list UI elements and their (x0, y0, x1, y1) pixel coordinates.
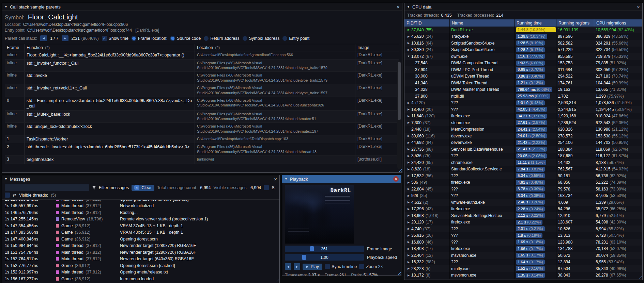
cpu-row[interactable]: 41,348DWM Token Thread1.21 s(0.13%)174,7… (404, 80, 642, 86)
message-row[interactable]: 1s 147,383,566nsGame(36,912)VRAM 43x45: … (5, 229, 277, 236)
symbol-address-radio-icon[interactable] (243, 36, 247, 41)
cpu-row[interactable]: ▶10,816(64)ScriptedSandbox64.exe1:28.5(9… (404, 40, 642, 47)
cpu-row[interactable]: ▶30,380(24)ScriptedSandbox64.exe1:28.2(9… (404, 47, 642, 53)
callstack-scrollbar[interactable] (397, 61, 401, 169)
message-row[interactable]: 1s 150,994,644nsMain thread(37,812)New r… (5, 243, 277, 249)
expand-icon[interactable]: ▶ (406, 234, 411, 237)
collapse-icon[interactable]: ▼ (285, 177, 288, 181)
expand-icon[interactable]: ▶ (406, 181, 411, 184)
frame-slider[interactable]: 261 (285, 246, 364, 252)
cpu-row[interactable]: ▶8,628(18)StandardCollector.Service.e7.8… (404, 166, 642, 173)
cpu-row[interactable]: ▶27,736(88)ServiceHub.DataWarehouse21.41… (404, 146, 642, 153)
show-time-control[interactable]: Show time (102, 36, 128, 41)
cpu-row[interactable]: ▶18,460(20)???42.85 s(4.45%)2,344,9151,1… (404, 106, 642, 113)
expand-icon[interactable]: ▶ (406, 28, 411, 31)
cpu-row[interactable]: ▶4,740(37)???2.01 s(0.21%)10,6266,994(65… (404, 226, 642, 232)
cpu-row[interactable]: ▼13,072(67)dwm.exe1:16.1(7.90%)955,58571… (404, 53, 642, 60)
expand-icon[interactable]: ▶ (406, 101, 411, 104)
expand-icon[interactable]: ▶ (406, 148, 411, 151)
zoom-control[interactable]: Zoom 2× (359, 264, 383, 269)
clipped-checkbox[interactable] (264, 185, 269, 190)
zoom-checkbox[interactable] (359, 264, 364, 269)
cpu-row[interactable]: ▶18,408(17)firefox.exe1.66 s(0.17%)134,7… (404, 246, 642, 252)
cpu-row[interactable]: ▶4,632(2)vmware-authd.exe2.46 s(0.26%)4,… (404, 199, 642, 206)
cpu-row[interactable]: ▶16,332(982)???1.64 s(0.17%)12,8946,955(… (404, 259, 642, 266)
expand-icon[interactable]: ▶ (406, 274, 411, 277)
radio-return-address[interactable]: Return address (204, 36, 239, 41)
cpu-row[interactable]: ▶536(49)firefox.exe4.61 s(0.48%)68,85651… (404, 179, 642, 186)
expand-icon[interactable]: ▶ (406, 227, 411, 230)
expand-icon[interactable]: ▶ (406, 247, 411, 250)
expand-icon[interactable]: ▶ (406, 41, 411, 45)
close-icon[interactable]: × (637, 4, 640, 10)
close-icon[interactable]: × (393, 176, 399, 182)
cpu-row[interactable]: ▶22,804(45)???3.78 s(0.39%)79,57858,163(… (404, 186, 642, 193)
callstack-row[interactable]: inlinestd::_Invoker_functor::_CallC:\Pro… (5, 60, 399, 72)
radio-entry-point[interactable]: Entry point (282, 36, 309, 41)
visible-threads-label[interactable]: Visible threads: (19, 193, 48, 198)
expand-icon[interactable]: ▶ (406, 254, 411, 257)
callstack-titlebar[interactable]: ▼ Call stack sample parents × (2, 3, 402, 11)
close-icon[interactable]: × (274, 177, 277, 182)
col-running-regions[interactable]: Running regions (556, 19, 594, 27)
callstack-row[interactable]: 3beginthreadex[unknown][ucrtbase.dll] (5, 156, 399, 164)
cpu-row[interactable]: 34,028DWM Master Input Thread799.64 ms(0… (404, 86, 642, 93)
expand-icon[interactable]: ▶ (406, 141, 411, 144)
entry-point-radio-icon[interactable] (282, 36, 287, 41)
cpu-row[interactable]: ▶45,620(24)Tracy.exe1:39.5(10.34%)887,59… (404, 33, 642, 40)
cpu-row[interactable]: ▶44,692(84)devenv.exe21.43 s(2.23%)254,1… (404, 139, 642, 146)
cpu-row[interactable]: ▶928(25)???3.34 s(0.35%)163,73487,605(53… (404, 193, 642, 199)
message-row[interactable]: 1s 146,576,766nsMain thread(37,812)Booti… (5, 209, 277, 216)
cpu-row[interactable]: ▶3,536(75)???20.05 s(2.08%)187,689116,12… (404, 153, 642, 160)
close-icon[interactable]: × (397, 4, 400, 10)
play-button[interactable]: ▶ Play (303, 264, 322, 270)
collapse-icon[interactable]: ▼ (4, 5, 7, 9)
cpu-row[interactable]: ▶30,060(116)devenv.exe24.01 s(2.50%)278,… (404, 133, 642, 139)
collapse-icon[interactable]: ▼ (4, 177, 7, 181)
message-row[interactable]: 1s 147,354,456nsGame(36,912)VRAM 37x45: … (5, 222, 277, 229)
threads-checkbox[interactable] (5, 193, 10, 198)
filter-input[interactable] (5, 184, 89, 191)
sync-timeline-control[interactable]: Sync timeline (325, 264, 357, 269)
message-row[interactable]: 1s 152,764,817nsMain thread(37,812)New r… (5, 256, 277, 263)
message-row[interactable]: 1s 147,400,846nsGame(36,912)Opening /for… (5, 236, 277, 243)
callstack-row[interactable]: 2std::thread::_Invoke<std::tuple<<lambda… (5, 143, 399, 156)
cpu-row[interactable]: ▶16,880(46)???1.69 s(0.18%)123,98878,231… (404, 239, 642, 246)
expand-icon[interactable]: ▶ (406, 187, 411, 190)
cpu-row[interactable]: 38,000uDWM Event Thread3.86 s(0.40%)294,… (404, 73, 642, 80)
expand-icon[interactable]: ▶ (406, 207, 411, 211)
radio-source-code[interactable]: Source code (170, 36, 201, 41)
message-row[interactable]: 1s 147,255,145nsRemoteView(18,796)Remote… (5, 216, 277, 223)
cpu-row[interactable]: ▶17,532(56)???5.34 s(0.55%)90,18156,738(… (404, 172, 642, 179)
expand-icon[interactable]: ▶ (406, 48, 411, 51)
function-help-icon[interactable]: (?) (45, 46, 50, 50)
expand-icon[interactable]: ▶ (406, 174, 411, 177)
messages-titlebar[interactable]: ▼ Messages × (2, 175, 279, 183)
cpu-row[interactable]: 2,448(18)MemCompression24.41 s(2.54%)620… (404, 126, 642, 133)
cpu-row[interactable]: ▶34,420(65)chrome.exe11.11 s(1.15%)14,43… (404, 159, 642, 166)
scrollbar-thumb[interactable] (398, 62, 401, 120)
col-pid-tid[interactable]: PID/TID (404, 19, 450, 27)
playback-titlebar[interactable]: ▼ Playback × (282, 175, 401, 183)
message-row[interactable]: 1s 156,167,277nsGame(36,912)Intro menu l… (5, 276, 277, 282)
callstack-row[interactable]: 1TaskDispatch::WorkerC:\Users\wolf\Deskt… (5, 135, 399, 144)
swap-icon[interactable]: ⇄ (13, 193, 16, 198)
cpu-row[interactable]: ▶18,968(1,018)ServiceHub.SettingsHost.ex… (404, 212, 642, 219)
expand-icon[interactable]: ▼ (406, 55, 411, 58)
location-help-icon[interactable]: (?) (215, 46, 220, 50)
clear-button[interactable]: × Clear (132, 185, 154, 191)
cpu-row[interactable]: ▶37,840(55)DarkRL.exe1:44.8(10.89%)16,93… (404, 27, 642, 33)
prev-callstack-button[interactable]: ◀ (40, 35, 47, 41)
cpu-row[interactable]: ▶18,172(8)msvsmon.exe1.35 s(0.14%)38,843… (404, 272, 642, 279)
callstack-row[interactable]: inlinestd::unique_lock<std::mutex>::lock… (5, 123, 399, 135)
speed-slider[interactable]: 1.00 (285, 254, 364, 261)
next-frame-button[interactable]: ▶ (294, 263, 300, 270)
message-row[interactable]: 1s 145,557,997nsMain thread(37,812)Netwo… (5, 203, 277, 210)
cpu-row[interactable]: ▶20,120(17)firefox.exe2.1 s(0.22%)128,60… (404, 219, 642, 226)
expand-icon[interactable]: ▶ (406, 108, 411, 111)
show-time-checkbox[interactable] (102, 36, 107, 41)
callstack-row[interactable]: inlinestd::invokeC:\Program Files (x86)\… (5, 72, 399, 84)
expand-icon[interactable]: ▶ (406, 134, 411, 137)
expand-icon[interactable]: ▶ (406, 161, 411, 164)
next-callstack-button[interactable]: ▶ (62, 35, 68, 41)
